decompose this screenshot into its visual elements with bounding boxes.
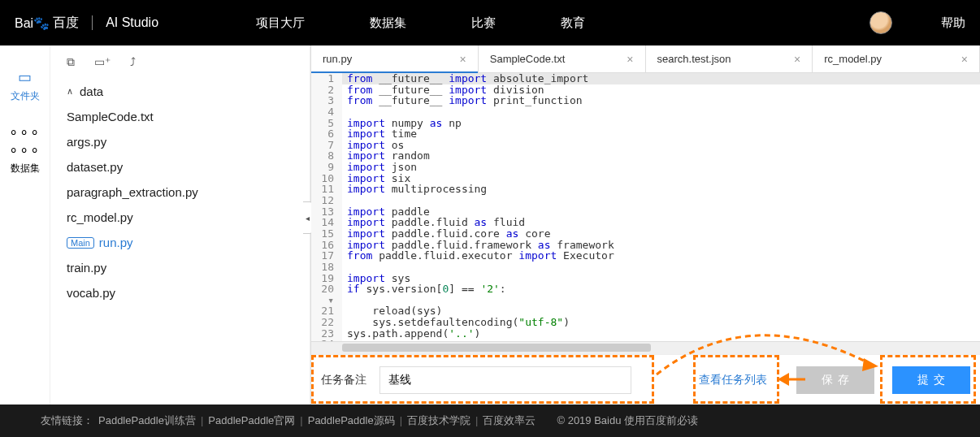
footer-link[interactable]: PaddlePaddle训练营 <box>98 414 196 426</box>
separator: | <box>201 414 203 426</box>
nav-datasets[interactable]: 数据集 <box>370 15 406 31</box>
tree-file[interactable]: args.py <box>63 129 297 154</box>
horizontal-scrollbar[interactable] <box>311 341 980 354</box>
code-line[interactable]: 18 <box>311 262 980 273</box>
line-number: 21 <box>311 305 342 317</box>
code-line[interactable]: 5import numpy as np <box>311 118 980 129</box>
tree-file[interactable]: Mainrun.py <box>63 230 297 255</box>
code-content: import paddle.fluid.framework as framewo… <box>342 240 980 251</box>
code-line[interactable]: 20 ▾if sys.version[0] == '2': <box>311 283 980 305</box>
new-folder-icon[interactable]: ▭⁺ <box>94 55 111 69</box>
chevron-up-icon: ∧ <box>67 86 73 97</box>
code-line[interactable]: 16import paddle.fluid.framework as frame… <box>311 240 980 251</box>
line-number: 17 <box>311 250 342 262</box>
submit-button[interactable]: 提交 <box>892 366 970 394</box>
rail-datasets[interactable]: ∘∘∘∘∘∘ 数据集 <box>0 116 50 188</box>
tree-folder-data[interactable]: ∧ data <box>63 79 297 104</box>
code-content: sys.setdefaultencoding("utf-8") <box>342 317 980 328</box>
tree-file[interactable]: rc_model.py <box>63 205 297 230</box>
action-bar: 任务备注 查看任务列表 保存 提交 <box>311 354 980 405</box>
close-icon[interactable]: × <box>460 53 466 66</box>
code-line[interactable]: 21 reload(sys) <box>311 305 980 317</box>
tree-file[interactable]: SampleCode.txt <box>63 104 297 129</box>
code-line[interactable]: 17from paddle.fluid.executor import Exec… <box>311 250 980 262</box>
code-line[interactable]: 8import random <box>311 150 980 162</box>
tree-file[interactable]: paragraph_extraction.py <box>63 180 297 205</box>
code-line[interactable]: 10import six <box>311 173 980 184</box>
code-line[interactable]: 23sys.path.append('..') <box>311 328 980 340</box>
line-number: 13 <box>311 206 342 218</box>
close-icon[interactable]: × <box>627 53 633 66</box>
editor-tab[interactable]: rc_model.py× <box>813 45 980 72</box>
nav-education[interactable]: 教育 <box>561 15 585 31</box>
code-line[interactable]: 9import json <box>311 162 980 173</box>
line-number: 23 <box>311 328 342 340</box>
tab-label: SampleCode.txt <box>490 53 566 65</box>
nav-projects[interactable]: 项目大厅 <box>256 15 305 31</box>
editor-tab[interactable]: run.py× <box>311 45 479 72</box>
line-number: 15 <box>311 228 342 240</box>
code-line[interactable]: 7import os <box>311 140 980 151</box>
scrollbar-thumb[interactable] <box>342 344 651 352</box>
code-line[interactable]: 4 <box>311 106 980 118</box>
line-number: 7 <box>311 140 342 151</box>
footer-link[interactable]: PaddlePaddle官网 <box>208 414 295 426</box>
line-number: 19 <box>311 273 342 284</box>
code-line[interactable]: 22 sys.setdefaultencoding("utf-8") <box>311 317 980 328</box>
code-line[interactable]: 15import paddle.fluid.core as core <box>311 228 980 240</box>
code-content: import multiprocessing <box>342 184 980 195</box>
line-number: 20 ▾ <box>311 283 342 305</box>
code-line[interactable]: 3from __future__ import print_function <box>311 95 980 106</box>
file-label: SampleCode.txt <box>67 110 154 123</box>
nav-items: 项目大厅 数据集 比赛 教育 <box>256 15 585 31</box>
close-icon[interactable]: × <box>794 53 800 66</box>
view-task-list-link[interactable]: 查看任务列表 <box>699 373 767 387</box>
tree-file[interactable]: vocab.py <box>63 280 297 305</box>
code-content: import os <box>342 140 980 151</box>
tree-file[interactable]: dataset.py <box>63 154 297 180</box>
footer-link[interactable]: PaddlePaddle源码 <box>308 414 395 426</box>
code-content <box>342 195 980 206</box>
separator: | <box>400 414 402 426</box>
code-line[interactable]: 12 <box>311 195 980 206</box>
footer-copyright: © 2019 Baidu 使用百度前必读 <box>557 413 698 428</box>
code-line[interactable]: 2from __future__ import division <box>311 84 980 96</box>
tab-label: search.test.json <box>657 53 731 65</box>
editor-tab[interactable]: SampleCode.txt× <box>479 45 646 72</box>
tab-label: run.py <box>323 53 352 65</box>
line-number: 8 <box>311 150 342 162</box>
line-number: 18 <box>311 262 342 273</box>
code-line[interactable]: 19import sys <box>311 273 980 284</box>
tree-file[interactable]: train.py <box>63 255 297 280</box>
close-icon[interactable]: × <box>961 53 968 66</box>
save-button[interactable]: 保存 <box>796 366 874 394</box>
code-line[interactable]: 11import multiprocessing <box>311 184 980 195</box>
line-number: 6 <box>311 128 342 140</box>
footer-link[interactable]: 百度技术学院 <box>407 414 470 426</box>
code-line[interactable]: 6import time <box>311 128 980 140</box>
task-remark-input[interactable] <box>379 366 631 394</box>
code-content: import numpy as np <box>342 118 980 129</box>
rail-folders[interactable]: ▭ 文件夹 <box>0 62 50 116</box>
footer-link[interactable]: 百度效率云 <box>483 414 536 426</box>
code-line[interactable]: 14import paddle.fluid as fluid <box>311 217 980 228</box>
nav-right: 帮助 <box>869 11 965 34</box>
sidebar-toolbar: ⧉ ▭⁺ ⤴ <box>57 55 303 79</box>
main: ▭ 文件夹 ∘∘∘∘∘∘ 数据集 ⧉ ▭⁺ ⤴ ∧ data SampleCod… <box>0 45 980 405</box>
editor-area: ◂ run.py×SampleCode.txt×search.test.json… <box>310 45 980 405</box>
upload-icon[interactable]: ⤴ <box>130 55 136 69</box>
help-link[interactable]: 帮助 <box>941 15 965 31</box>
main-badge: Main <box>67 237 94 249</box>
top-nav: Bai🐾百度 AI Studio 项目大厅 数据集 比赛 教育 帮助 <box>0 0 980 45</box>
studio-logo: AI Studio <box>106 15 158 30</box>
nav-competitions[interactable]: 比赛 <box>471 15 496 31</box>
code-line[interactable]: 13import paddle <box>311 206 980 218</box>
line-number: 1 <box>311 73 342 84</box>
editor-tab[interactable]: search.test.json× <box>646 45 813 72</box>
code-line[interactable]: 1from __future__ import absolute_import <box>311 73 980 84</box>
logo[interactable]: Bai🐾百度 AI Studio <box>15 15 158 32</box>
line-number: 2 <box>311 84 342 96</box>
code-editor[interactable]: 1from __future__ import absolute_import2… <box>311 73 980 405</box>
avatar[interactable] <box>869 11 892 34</box>
new-file-icon[interactable]: ⧉ <box>67 55 75 69</box>
